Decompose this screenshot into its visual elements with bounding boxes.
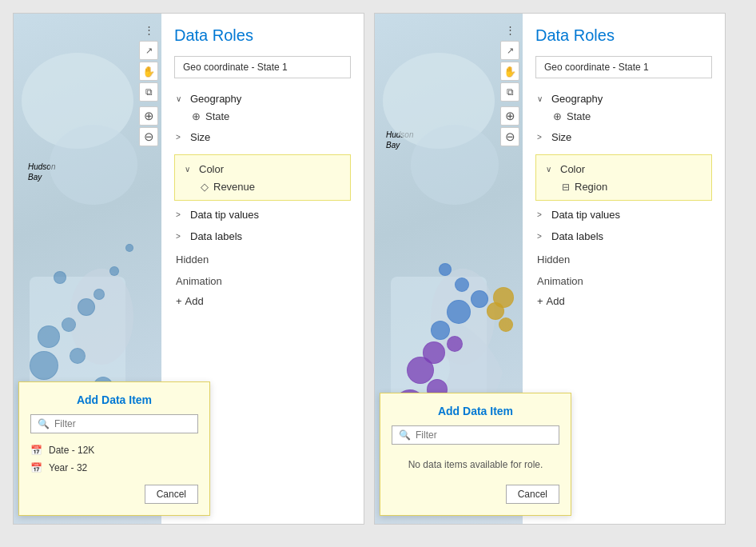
bubble-g3 <box>493 287 514 308</box>
bubble-b3 <box>455 277 469 292</box>
left-geography-children: ⊕ State <box>190 108 351 125</box>
add-label-right: Add <box>547 295 565 307</box>
right-color-section: ∨ Color ⊟ Region <box>535 154 712 201</box>
bubble <box>125 244 133 252</box>
right-add-data-popup: Add Data Item 🔍 No data items available … <box>380 393 571 516</box>
hand-btn-right[interactable]: ✋ <box>500 62 519 81</box>
right-size-header[interactable]: > Size <box>535 128 712 146</box>
region-label-right: Region <box>575 181 607 193</box>
left-datatip-header[interactable]: > Data tip values <box>174 206 351 224</box>
left-cancel-wrap: Cancel <box>30 485 198 504</box>
calendar-icon-date: 📅 <box>30 445 42 456</box>
chevron-color-right: ∨ <box>546 165 555 174</box>
right-popup-title: Add Data Item <box>392 405 559 417</box>
bubble <box>62 317 76 332</box>
bubble-b1 <box>447 300 471 324</box>
right-geo-coord: Geo coordinate - State 1 <box>535 56 712 78</box>
more-btn-right[interactable]: ⋮ <box>500 20 519 39</box>
chevron-datatip-left: > <box>176 210 185 219</box>
bubble <box>38 325 60 348</box>
zoom-in-btn-left[interactable]: ⊕ <box>139 106 158 126</box>
right-role-datatip: > Data tip values <box>535 206 712 224</box>
left-popup-title: Add Data Item <box>30 393 198 406</box>
globe-icon-left: ⊕ <box>192 110 201 122</box>
svg-point-1 <box>50 125 137 205</box>
right-color-header[interactable]: ∨ Color <box>544 160 703 178</box>
bubble-b5 <box>439 263 452 276</box>
bubble <box>78 298 95 316</box>
zoom-out-btn-left[interactable]: ⊖ <box>139 127 158 146</box>
right-role-datalabels: > Data labels <box>535 227 712 246</box>
right-role-geography: ∨ Geography ⊕ State <box>535 90 712 125</box>
expand-btn-left[interactable]: ↗ <box>139 41 158 60</box>
right-cancel-btn[interactable]: Cancel <box>506 485 559 504</box>
hand-btn-left[interactable]: ✋ <box>139 62 158 81</box>
left-year-item[interactable]: 📅 Year - 32 <box>30 459 198 477</box>
bubble <box>94 289 105 300</box>
expand-btn-right[interactable]: ↗ <box>500 41 519 60</box>
left-geo-coord: Geo coordinate - State 1 <box>174 56 351 78</box>
bubble-p2 <box>407 357 434 384</box>
left-role-datatip: > Data tip values <box>174 206 351 224</box>
layers-btn-left[interactable]: ⧉ <box>139 82 158 102</box>
outer-container: HudsonBay ⋮ ↗ <box>0 0 756 547</box>
chevron-size-left: > <box>176 133 185 142</box>
left-role-datalabels: > Data labels <box>174 227 351 246</box>
right-panel-title: Data Roles <box>535 26 712 45</box>
bubble <box>109 266 119 276</box>
right-animation: Animation <box>535 270 712 292</box>
year-item-label: Year - 32 <box>49 462 87 473</box>
revenue-label-left: Revenue <box>213 181 255 193</box>
state-label-right: State <box>567 110 591 122</box>
right-region-item: ⊟ Region <box>560 178 703 195</box>
right-filter-wrap[interactable]: 🔍 <box>392 425 559 445</box>
zoom-out-btn-right[interactable]: ⊖ <box>500 127 519 146</box>
left-add-link[interactable]: + Add <box>174 292 351 310</box>
geography-label-right: Geography <box>551 93 603 105</box>
left-geography-header[interactable]: ∨ Geography <box>174 90 351 108</box>
left-size-header[interactable]: > Size <box>174 128 351 146</box>
left-datalabels-header[interactable]: > Data labels <box>174 227 351 246</box>
left-color-section: ∨ Color ◇ Revenue <box>174 154 351 201</box>
left-filter-input[interactable] <box>54 418 191 429</box>
bubble-p3 <box>447 336 463 352</box>
left-color-header[interactable]: ∨ Color <box>183 160 342 178</box>
more-btn-left[interactable]: ⋮ <box>139 20 158 39</box>
left-filter-wrap[interactable]: 🔍 <box>30 414 198 433</box>
datalabels-label-right: Data labels <box>551 230 603 242</box>
search-icon-right: 🔍 <box>399 429 411 441</box>
calendar-icon-year: 📅 <box>30 462 42 473</box>
geography-label-left: Geography <box>190 93 241 105</box>
chevron-geography-right: ∨ <box>537 94 547 103</box>
right-geography-header[interactable]: ∨ Geography <box>535 90 712 108</box>
right-geography-children: ⊕ State <box>551 108 712 125</box>
bubble <box>30 351 58 380</box>
add-label-left: Add <box>185 295 204 307</box>
left-map-toolbar: ⋮ ↗ ✋ ⧉ ⊕ ⊖ <box>139 20 158 146</box>
right-state-item: ⊕ State <box>551 108 712 125</box>
datatip-label-right: Data tip values <box>551 209 620 221</box>
right-panel: HudsonBay <box>374 13 726 525</box>
left-cancel-btn[interactable]: Cancel <box>145 485 198 504</box>
layers-btn-right[interactable]: ⧉ <box>500 82 519 102</box>
bubble-b4 <box>431 321 450 340</box>
bubble <box>70 348 86 364</box>
right-filter-input[interactable] <box>416 429 552 441</box>
date-item-label: Date - 12K <box>49 445 94 456</box>
right-no-items: No data items available for role. <box>392 453 559 477</box>
right-hidden: Hidden <box>535 249 712 270</box>
right-add-link[interactable]: + Add <box>535 292 712 310</box>
chevron-geography-left: ∨ <box>176 94 185 103</box>
left-color-children: ◇ Revenue <box>199 178 342 195</box>
chevron-datalabels-left: > <box>176 232 185 241</box>
left-hidden: Hidden <box>174 249 351 270</box>
color-label-left: Color <box>199 163 224 175</box>
right-datalabels-header[interactable]: > Data labels <box>535 227 712 246</box>
right-color-children: ⊟ Region <box>560 178 703 195</box>
left-date-item[interactable]: 📅 Date - 12K <box>30 441 198 459</box>
left-panel-title: Data Roles <box>174 26 351 45</box>
left-animation: Animation <box>174 270 351 292</box>
svg-point-5 <box>411 125 499 205</box>
right-datatip-header[interactable]: > Data tip values <box>535 206 712 224</box>
zoom-in-btn-right[interactable]: ⊕ <box>500 106 519 126</box>
